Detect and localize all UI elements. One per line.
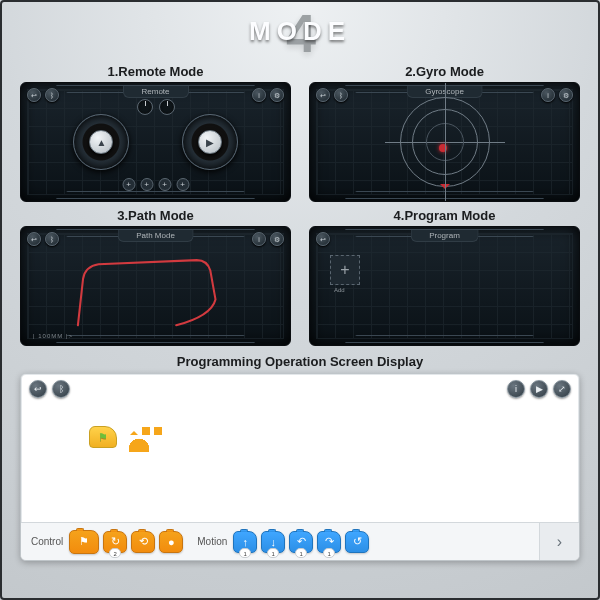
bluetooth-icon[interactable]: ᛒ (334, 88, 348, 102)
loop-icon: ⟲ (139, 535, 148, 548)
panel-icons-right: i ⚙ (541, 88, 573, 102)
plus-button[interactable]: + (176, 178, 189, 191)
prog-top-right: i ▶ ⤢ (507, 380, 571, 398)
joystick-left[interactable]: ▲ (73, 114, 129, 170)
joystick-right[interactable]: ▶ (182, 114, 238, 170)
programming-title: Programming Operation Screen Display (20, 354, 580, 369)
bluetooth-icon[interactable]: ᛒ (45, 88, 59, 102)
repeat-icon: ↻ (111, 535, 120, 548)
control-group-label: Control (31, 536, 63, 547)
motion-block-turn-left[interactable]: ↶1 (289, 531, 313, 553)
arrow-down-icon: ↓ (271, 536, 277, 548)
panel-path[interactable]: Path Mode ↩ ᛒ i ⚙ | 100MM |> (20, 226, 291, 346)
flag-icon: ⚑ (79, 535, 89, 548)
back-icon[interactable]: ↩ (29, 380, 47, 398)
drawn-path[interactable] (21, 227, 290, 346)
mode-program-title: 4.Program Mode (309, 208, 580, 223)
turn-left-icon: ↶ (297, 535, 306, 548)
control-block-loop[interactable]: ⟲ (131, 531, 155, 553)
expand-icon[interactable]: ⤢ (553, 380, 571, 398)
panel-program-label: Program (410, 230, 479, 242)
info-icon[interactable]: i (252, 88, 266, 102)
plus-button[interactable]: + (158, 178, 171, 191)
motion-block-turn-right[interactable]: ↷1 (317, 531, 341, 553)
motion-block-forward[interactable]: ↑1 (233, 531, 257, 553)
flag-icon: ⚑ (98, 431, 108, 444)
back-icon[interactable]: ↩ (27, 88, 41, 102)
settings-icon[interactable]: ⚙ (270, 232, 284, 246)
back-icon[interactable]: ↩ (27, 232, 41, 246)
mode-gyro-title: 2.Gyro Mode (309, 64, 580, 79)
gyroscope-display[interactable] (400, 97, 490, 187)
start-flag-block[interactable]: ⚑ (89, 426, 117, 448)
motion-block-rotate[interactable]: ↺ (345, 531, 369, 553)
control-block-flag[interactable]: ⚑ (69, 530, 99, 554)
mode-path: 3.Path Mode Path Mode ↩ ᛒ i ⚙ | 100MM |> (20, 208, 291, 346)
mode-grid: 1.Remote Mode Remote ↩ ᛒ i ⚙ ▲ (20, 64, 580, 346)
programming-screen: ↩ ᛒ i ▶ ⤢ ⚑ Control ⚑ ↻2 ⟲ ● Motion ↑1 ↓… (20, 373, 580, 561)
programming-canvas[interactable]: ⚑ (27, 402, 573, 520)
gyro-ring (412, 109, 478, 175)
panel-icons-right: i ⚙ (252, 88, 284, 102)
stop-icon: ● (168, 536, 175, 548)
joystick-knob[interactable]: ▲ (89, 130, 113, 154)
panel-icons-left: ↩ (316, 232, 330, 246)
info-icon[interactable]: i (252, 232, 266, 246)
panel-icons-left: ↩ ᛒ (316, 88, 348, 102)
mode-remote-title: 1.Remote Mode (20, 64, 291, 79)
info-icon[interactable]: i (541, 88, 555, 102)
info-icon[interactable]: i (507, 380, 525, 398)
gyro-ring (426, 123, 464, 161)
plus-button[interactable]: + (122, 178, 135, 191)
arrow-up-icon: ↑ (243, 536, 249, 548)
block-tray: Control ⚑ ↻2 ⟲ ● Motion ↑1 ↓1 ↶1 ↷1 ↺ (21, 522, 539, 560)
back-icon[interactable]: ↩ (316, 88, 330, 102)
settings-icon[interactable]: ⚙ (559, 88, 573, 102)
mode-program: 4.Program Mode Program ↩ + Add (309, 208, 580, 346)
header-word: MODE (249, 16, 351, 47)
add-program-label: Add (334, 287, 345, 293)
plus-button[interactable]: + (140, 178, 153, 191)
settings-icon[interactable]: ⚙ (270, 88, 284, 102)
turn-right-icon: ↷ (325, 535, 334, 548)
add-program-button[interactable]: + (330, 255, 360, 285)
control-block-repeat[interactable]: ↻2 (103, 531, 127, 553)
prog-top-left: ↩ ᛒ (29, 380, 70, 398)
mode-remote: 1.Remote Mode Remote ↩ ᛒ i ⚙ ▲ (20, 64, 291, 202)
back-icon[interactable]: ↩ (316, 232, 330, 246)
page-header: 4 MODE (20, 12, 580, 60)
rotate-icon: ↺ (353, 535, 362, 548)
joystick-knob[interactable]: ▶ (198, 130, 222, 154)
panel-icons-left: ↩ ᛒ (27, 88, 59, 102)
mode-path-title: 3.Path Mode (20, 208, 291, 223)
bluetooth-icon[interactable]: ᛒ (52, 380, 70, 398)
tray-scroll-right[interactable]: › (539, 522, 579, 560)
sprite-cat-icon[interactable] (127, 430, 151, 452)
control-block-stop[interactable]: ● (159, 531, 183, 553)
gyro-pointer-icon (440, 184, 450, 194)
panel-icons-right: i ⚙ (252, 232, 284, 246)
panel-gyro[interactable]: Gyroscope ↩ ᛒ i ⚙ (309, 82, 580, 202)
bluetooth-icon[interactable]: ᛒ (45, 232, 59, 246)
motion-group-label: Motion (197, 536, 227, 547)
plus-button-row: + + + + (122, 178, 189, 191)
chevron-right-icon: › (557, 533, 562, 551)
motion-block-back[interactable]: ↓1 (261, 531, 285, 553)
panel-remote[interactable]: Remote ↩ ᛒ i ⚙ ▲ ▶ + (20, 82, 291, 202)
mode-gyro: 2.Gyro Mode Gyroscope ↩ ᛒ i ⚙ (309, 64, 580, 202)
panel-program[interactable]: Program ↩ + Add (309, 226, 580, 346)
play-icon[interactable]: ▶ (530, 380, 548, 398)
gyro-dot-icon (439, 144, 447, 152)
scale-label: | 100MM |> (33, 333, 73, 339)
panel-grid (316, 233, 573, 339)
panel-icons-left: ↩ ᛒ (27, 232, 59, 246)
